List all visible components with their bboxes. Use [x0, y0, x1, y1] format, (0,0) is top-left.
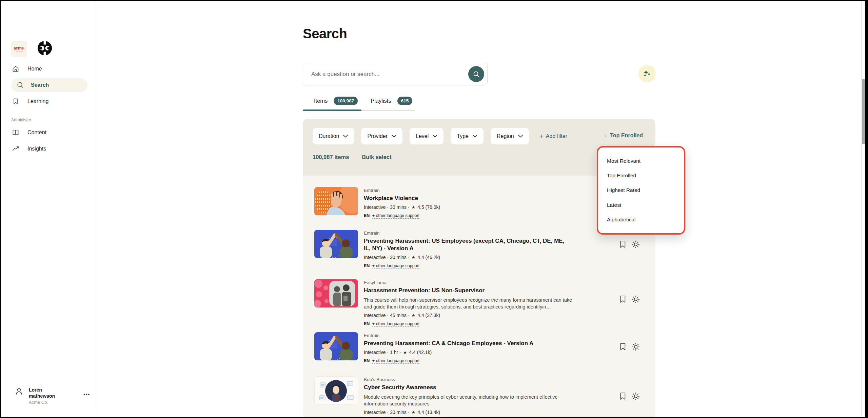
result-lang-more[interactable]: + other language support [372, 213, 419, 219]
tab-underline-active [303, 110, 361, 111]
filter-duration[interactable]: Duration [313, 128, 354, 144]
course-thumbnail [314, 376, 358, 404]
filter-provider[interactable]: Provider [361, 128, 402, 144]
result-actions [619, 392, 640, 400]
filter-label: Provider [367, 133, 388, 139]
items-count-badge: 100,987 [334, 97, 358, 105]
star-icon: ★ [412, 410, 416, 415]
user-name: Loren mathewson [29, 387, 69, 399]
sort-option-alphabetical[interactable]: Alphabetical [598, 217, 684, 223]
brand-divider [32, 42, 32, 55]
home-icon [11, 65, 20, 73]
user-profile[interactable]: Loren mathewson Acme Co. ••• [15, 387, 90, 405]
scrollbar-track[interactable] [861, 1, 865, 417]
magnifier-icon [473, 71, 480, 78]
brand-area: acme. [11, 40, 53, 57]
result-rating: 4.4 (37.3k) [417, 313, 440, 318]
sidebar-item-insights[interactable]: Insights [1, 141, 95, 157]
sort-option-latest[interactable]: Latest [598, 202, 684, 208]
bookmark-icon[interactable] [619, 342, 626, 351]
chevron-down-icon [392, 135, 396, 138]
result-text: Emtrain Workplace Violence Interactive ·… [364, 187, 581, 218]
result-lang-primary: EN [364, 358, 370, 363]
sidebar-item-content[interactable]: Content [1, 124, 95, 141]
plus-icon: + [539, 133, 543, 140]
filter-level[interactable]: Level [410, 128, 443, 144]
acme-logo-text: acme. [14, 46, 25, 51]
sidebar-section-administer: Administer [1, 110, 95, 124]
star-icon: ★ [412, 313, 416, 318]
spotlight-sun-icon[interactable] [632, 392, 640, 400]
star-icon: ★ [412, 255, 416, 260]
search-icon [16, 81, 25, 89]
result-lang-primary: EN [364, 263, 370, 268]
sidebar-item-search[interactable]: Search [11, 78, 87, 92]
add-filter-button[interactable]: + Add filter [539, 133, 567, 140]
result-meta-text: Interactive · 30 mins · [364, 255, 410, 260]
result-row-preventing-harassment-us[interactable]: Emtrain Preventing Harassment: US Employ… [314, 230, 650, 268]
search-submit-button[interactable] [468, 66, 484, 82]
filter-label: Level [416, 133, 429, 139]
result-meta: Interactive · 1 hr · ★ 4.4 (42.1k) [364, 350, 581, 355]
chevron-down-icon [473, 135, 477, 138]
result-meta-text: Interactive · 1 hr · [364, 350, 401, 355]
result-title[interactable]: Cyber Security Awareness [364, 384, 567, 391]
result-description: This course will help non-supervisor emp… [364, 297, 577, 310]
result-provider: Emtrain [364, 188, 581, 193]
sidebar-nav: Home Search Learning Administer Content [1, 61, 95, 157]
spotlight-sun-icon[interactable] [632, 343, 640, 351]
result-actions [619, 295, 640, 303]
bookmark-icon[interactable] [619, 240, 626, 248]
filter-region[interactable]: Region [491, 128, 529, 144]
down-arrow-icon: ↓ [604, 133, 607, 139]
result-description: Module covering the key principles of cy… [364, 394, 577, 407]
result-languages: EN + other language support [364, 358, 581, 363]
course-thumbnail [314, 332, 358, 360]
search-input[interactable] [303, 63, 487, 85]
ai-assistant-button[interactable] [638, 65, 656, 82]
tab-label: Items [314, 98, 328, 104]
trend-arrow-icon [11, 145, 20, 153]
user-org: Acme Co. [29, 400, 69, 405]
sort-option-most-relevant[interactable]: Most Relevant [598, 158, 684, 164]
result-title[interactable]: Workplace Violence [364, 195, 567, 202]
degreed-logo-icon [37, 40, 53, 57]
result-meta: Interactive · 30 mins · ★ 4.4 (46.2k) [364, 255, 581, 260]
result-lang-more[interactable]: + other language support [372, 263, 419, 269]
sort-option-highest-rated[interactable]: Highest Rated [598, 187, 684, 193]
result-meta-text: Interactive · 30 mins · [364, 204, 410, 210]
filter-type[interactable]: Type [451, 128, 484, 144]
sort-dropdown-menu: Most Relevant Top Enrolled Highest Rated… [597, 146, 685, 235]
chevron-down-icon [518, 135, 523, 138]
tab-items[interactable]: Items 100,987 [314, 97, 358, 105]
result-rating: 4.5 (76.0k) [417, 204, 440, 210]
bookmark-icon[interactable] [619, 392, 626, 400]
tab-playlists[interactable]: Playlists 615 [371, 97, 412, 105]
result-lang-more[interactable]: + other language support [372, 321, 419, 327]
result-lang-more[interactable]: + other language support [372, 358, 419, 364]
scrollbar-thumb[interactable] [862, 79, 865, 144]
user-menu-dots[interactable]: ••• [83, 387, 90, 397]
spotlight-sun-icon[interactable] [632, 240, 640, 248]
spotlight-sun-icon[interactable] [632, 295, 640, 303]
result-title[interactable]: Harassment Prevention: US Non-Supervisor [364, 287, 567, 294]
result-title[interactable]: Preventing Harassment: CA & Chicago Empl… [364, 340, 567, 347]
sort-option-top-enrolled[interactable]: Top Enrolled [598, 173, 684, 179]
result-row-preventing-harassment-ca[interactable]: Emtrain Preventing Harassment: CA & Chic… [314, 332, 650, 363]
playlists-count-badge: 615 [397, 97, 413, 105]
result-provider: Emtrain [364, 231, 581, 236]
bookmark-icon[interactable] [619, 295, 626, 303]
result-languages: EN + other language support [364, 213, 581, 218]
result-row-harassment-prevention[interactable]: EasyLlama Harassment Prevention: US Non-… [314, 279, 650, 326]
filter-label: Type [457, 133, 469, 139]
sort-control[interactable]: ↓ Top Enrolled [604, 133, 643, 139]
result-languages: EN + other language support [364, 321, 581, 326]
bulk-select-button[interactable]: Bulk select [362, 154, 391, 160]
tab-bar: Items 100,987 Playlists 615 [314, 97, 412, 105]
sidebar: acme. Home [1, 1, 95, 417]
sidebar-item-home[interactable]: Home [1, 61, 95, 77]
result-title[interactable]: Preventing Harassment: US Employees (exc… [364, 237, 567, 252]
sidebar-item-learning[interactable]: Learning [1, 93, 95, 110]
result-row-cyber-security[interactable]: Bob's Business Cyber Security Awareness … [314, 376, 650, 418]
result-actions [619, 342, 640, 351]
